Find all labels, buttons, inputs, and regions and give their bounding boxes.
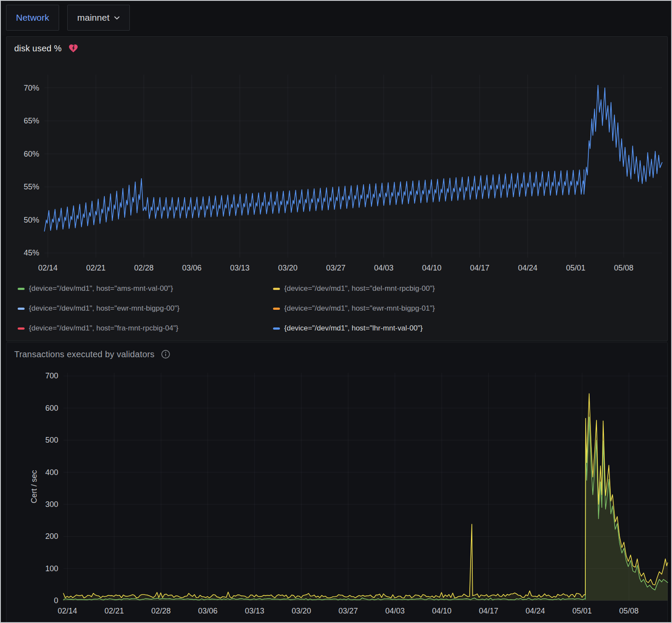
variable-label-chip: Network xyxy=(6,5,59,31)
svg-text:04/10: 04/10 xyxy=(422,264,441,272)
svg-text:04/17: 04/17 xyxy=(470,264,490,272)
svg-text:03/20: 03/20 xyxy=(278,264,298,272)
legend-item[interactable]: {device="/dev/md1", host="ewr-mnt-bigpg-… xyxy=(273,303,435,314)
svg-text:Cert / sec: Cert / sec xyxy=(30,470,38,503)
legend-item[interactable]: {device="/dev/md1", host="lhr-mnt-val-00… xyxy=(273,323,435,334)
svg-text:50%: 50% xyxy=(24,216,39,224)
svg-text:05/08: 05/08 xyxy=(614,264,633,272)
legend-series-label: {device="/dev/md1", host="ewr-mnt-bigpg-… xyxy=(29,304,179,313)
panel-transactions: Transactions executed by validators 0100… xyxy=(6,342,668,623)
svg-text:300: 300 xyxy=(45,500,58,509)
legend-series-label: {device="/dev/md1", host="ams-mnt-val-00… xyxy=(29,284,173,293)
svg-text:02/28: 02/28 xyxy=(134,264,154,272)
legend-item[interactable]: {device="/dev/md1", host="ams-mnt-val-00… xyxy=(18,283,273,294)
transactions-chart[interactable]: 010020030040050060070002/1402/2102/2803/… xyxy=(28,368,668,622)
legend-series-swatch xyxy=(273,308,280,310)
panel-disk-used: disk used % 45%50%55%60%65%70%02/1402/21… xyxy=(6,36,668,341)
chart-legend: {device="/dev/md1", host="ams-mnt-val-00… xyxy=(18,283,435,334)
network-variable-dropdown[interactable]: mainnet xyxy=(67,5,130,31)
legend-series-swatch xyxy=(18,327,25,330)
legend-series-swatch xyxy=(273,327,280,330)
svg-text:60%: 60% xyxy=(24,150,39,158)
legend-item[interactable]: {device="/dev/md1", host="fra-mnt-rpcbig… xyxy=(18,323,273,334)
info-circle-icon[interactable] xyxy=(160,349,171,359)
svg-text:02/21: 02/21 xyxy=(86,264,106,272)
chevron-down-icon xyxy=(114,16,120,20)
panel-disk-header: disk used % xyxy=(6,37,667,57)
variable-label: Network xyxy=(16,13,49,23)
panel-tx-header: Transactions executed by validators xyxy=(6,343,667,363)
svg-text:04/17: 04/17 xyxy=(479,607,498,615)
svg-text:65%: 65% xyxy=(24,116,39,125)
svg-text:03/20: 03/20 xyxy=(292,607,311,615)
legend-series-label: {device="/dev/md1", host="ewr-mnt-bigpg-… xyxy=(284,304,435,313)
legend-series-label: {device="/dev/md1", host="lhr-mnt-val-00… xyxy=(284,324,423,333)
svg-text:05/01: 05/01 xyxy=(566,264,585,272)
svg-text:70%: 70% xyxy=(24,84,39,92)
svg-text:03/13: 03/13 xyxy=(245,607,264,615)
svg-text:55%: 55% xyxy=(24,182,39,191)
svg-text:45%: 45% xyxy=(24,249,39,257)
svg-text:04/10: 04/10 xyxy=(432,607,452,615)
svg-text:0: 0 xyxy=(54,596,58,605)
legend-item[interactable]: {device="/dev/md1", host="del-mnt-rpcbig… xyxy=(273,283,435,294)
svg-text:03/06: 03/06 xyxy=(198,607,217,615)
heart-break-alert-icon xyxy=(68,43,79,53)
legend-series-swatch xyxy=(18,308,25,310)
svg-text:05/08: 05/08 xyxy=(619,607,639,615)
svg-text:600: 600 xyxy=(45,404,58,412)
svg-text:03/27: 03/27 xyxy=(326,264,345,272)
svg-text:400: 400 xyxy=(45,468,58,477)
svg-text:04/24: 04/24 xyxy=(526,607,545,615)
disk-used-chart[interactable]: 45%50%55%60%65%70%02/1402/2102/2803/0603… xyxy=(6,63,667,278)
legend-item[interactable]: {device="/dev/md1", host="ewr-mnt-bigpg-… xyxy=(18,303,273,314)
svg-text:04/24: 04/24 xyxy=(518,264,537,272)
svg-text:05/01: 05/01 xyxy=(572,607,592,615)
svg-text:03/06: 03/06 xyxy=(182,264,201,272)
legend-series-label: {device="/dev/md1", host="del-mnt-rpcbig… xyxy=(284,284,435,293)
svg-text:500: 500 xyxy=(45,436,58,444)
legend-series-label: {device="/dev/md1", host="fra-mnt-rpcbig… xyxy=(29,324,178,333)
svg-text:03/13: 03/13 xyxy=(230,264,249,272)
svg-text:03/27: 03/27 xyxy=(339,607,358,615)
panel-title-disk-used[interactable]: disk used % xyxy=(14,44,62,53)
svg-text:200: 200 xyxy=(45,532,58,541)
svg-text:02/21: 02/21 xyxy=(104,607,124,615)
panel-title-transactions[interactable]: Transactions executed by validators xyxy=(14,349,154,359)
variable-value: mainnet xyxy=(77,13,110,23)
svg-text:02/28: 02/28 xyxy=(151,607,171,615)
svg-text:02/14: 02/14 xyxy=(38,264,57,272)
legend-series-swatch xyxy=(273,288,280,290)
legend-series-swatch xyxy=(18,288,25,290)
svg-text:700: 700 xyxy=(45,371,58,380)
dashboard-toolbar: Network mainnet xyxy=(2,2,671,35)
svg-text:04/03: 04/03 xyxy=(385,607,405,615)
svg-text:02/14: 02/14 xyxy=(58,607,77,615)
svg-text:04/03: 04/03 xyxy=(374,264,393,272)
svg-text:100: 100 xyxy=(45,564,58,573)
